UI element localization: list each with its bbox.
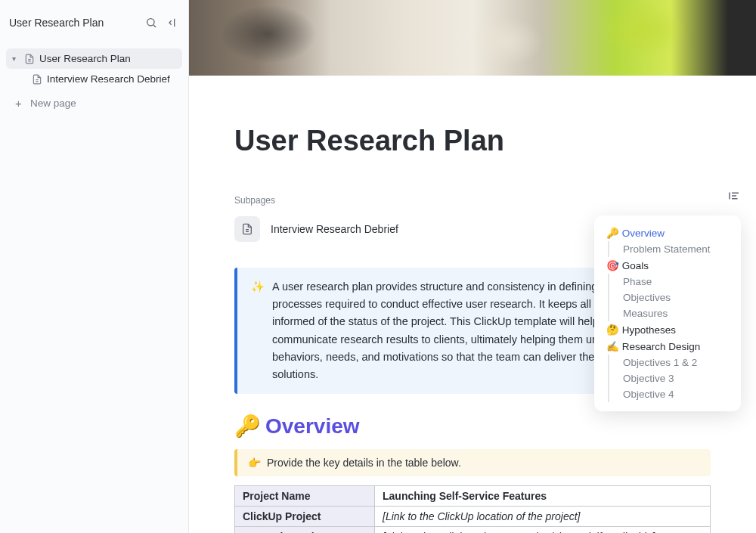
sidebar-new-page[interactable]: + New page (6, 92, 182, 114)
outline-item[interactable]: Phase (608, 274, 736, 290)
table-row[interactable]: Project NameLaunching Self-Service Featu… (235, 486, 711, 507)
sparkles-icon: ✨ (251, 278, 265, 383)
table-row[interactable]: ClickUp Project[Link to the ClickUp loca… (235, 507, 711, 527)
hint-callout[interactable]: 👉 Provide the key details in the table b… (234, 449, 711, 476)
search-icon[interactable] (144, 16, 158, 29)
pointing-hand-icon: 👉 (248, 457, 261, 469)
outline-item[interactable]: 🤔 Hypotheses (599, 321, 736, 338)
outline-panel: 🔑 OverviewProblem Statement🎯 GoalsPhaseO… (594, 215, 741, 411)
cover-image[interactable] (189, 0, 756, 76)
outline-item[interactable]: Objectives 1 & 2 (608, 355, 736, 370)
outline-item[interactable]: 🎯 Goals (599, 257, 736, 274)
sidebar-header: User Research Plan (0, 0, 188, 45)
table-cell-value[interactable]: [Link to the collaboration group chat/ch… (375, 527, 711, 533)
content-body: User Research Plan Subpages Interview Re… (189, 125, 756, 533)
details-table[interactable]: Project NameLaunching Self-Service Featu… (234, 485, 711, 533)
collapse-sidebar-icon[interactable] (166, 16, 179, 29)
document-icon (24, 54, 35, 64)
outline-item[interactable]: ✍️ Research Design (599, 338, 736, 355)
sidebar-item-interview-debrief[interactable]: Interview Research Debrief (6, 69, 182, 89)
page-title[interactable]: User Research Plan (234, 125, 711, 157)
document-icon (234, 216, 260, 242)
main-content: User Research Plan Subpages Interview Re… (189, 0, 756, 533)
plus-icon: + (15, 97, 26, 110)
table-cell-label[interactable]: Team Channel (235, 527, 375, 533)
outline-toggle-icon[interactable] (727, 189, 741, 203)
sidebar-header-actions (144, 16, 179, 29)
chevron-down-icon[interactable]: ▾ (12, 54, 20, 63)
doc-title: User Research Plan (9, 17, 104, 29)
hint-text: Provide the key details in the table bel… (267, 457, 461, 469)
overview-heading[interactable]: 🔑 Overview (234, 414, 711, 438)
sidebar-tree: ▾ User Research Plan Interview Research … (0, 45, 188, 117)
new-page-label: New page (30, 98, 76, 109)
table-row[interactable]: Team Channel[Link to the collaboration g… (235, 527, 711, 533)
outline-item[interactable]: Measures (608, 305, 736, 321)
outline-item[interactable]: Objective 4 (608, 386, 736, 402)
subpage-link-label: Interview Research Debrief (271, 223, 398, 235)
sidebar-item-label: Interview Research Debrief (47, 73, 170, 85)
svg-point-0 (147, 19, 154, 26)
table-cell-value[interactable]: [Link to the ClickUp location of the pro… (375, 507, 711, 527)
sidebar: User Research Plan ▾ User Research Plan … (0, 0, 189, 533)
table-cell-value[interactable]: Launching Self-Service Features (375, 486, 711, 507)
outline-item[interactable]: Problem Statement (608, 241, 736, 257)
outline-item[interactable]: Objective 3 (608, 370, 736, 386)
sidebar-item-label: User Research Plan (39, 53, 131, 64)
document-icon (32, 74, 42, 85)
svg-line-1 (153, 25, 156, 27)
table-cell-label[interactable]: ClickUp Project (235, 507, 375, 527)
key-icon: 🔑 (234, 414, 261, 438)
outline-item[interactable]: Objectives (608, 290, 736, 305)
outline-item[interactable]: 🔑 Overview (599, 225, 736, 241)
subpages-label: Subpages (234, 195, 711, 206)
table-cell-label[interactable]: Project Name (235, 486, 375, 507)
sidebar-item-user-research-plan[interactable]: ▾ User Research Plan (6, 48, 182, 69)
overview-heading-text: Overview (265, 414, 360, 438)
